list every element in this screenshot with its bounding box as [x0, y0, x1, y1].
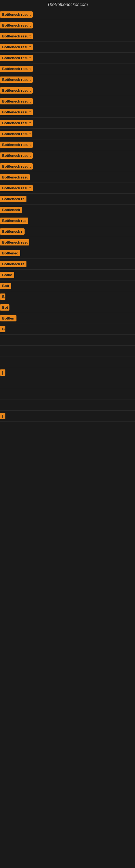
bottleneck-badge: Bottleneck result	[0, 131, 32, 137]
bottleneck-badge: Bottleneck result	[0, 120, 33, 126]
list-item	[0, 346, 135, 356]
list-item: Bottleneck result	[0, 118, 135, 129]
list-item: Bottleneck result	[0, 85, 135, 96]
list-item: Bottleneck result	[0, 53, 135, 63]
bottleneck-badge: Bottleneck result	[0, 152, 33, 159]
bottleneck-badge: Bottleneck resu	[0, 239, 29, 246]
list-item	[0, 400, 135, 411]
list-item: Bottle	[0, 270, 135, 280]
bottleneck-badge: Bottleneck resu	[0, 174, 30, 180]
list-item	[0, 389, 135, 400]
list-item: Bot	[0, 302, 135, 313]
list-item: Bottleneck result	[0, 63, 135, 74]
bottleneck-badge: Bottleneck result	[0, 87, 33, 94]
list-item	[0, 378, 135, 389]
list-item: B	[0, 291, 135, 302]
bottleneck-badge: Bottleneck result	[0, 142, 33, 148]
list-item: Bottleneck result	[0, 74, 135, 85]
bottleneck-badge: Bottleneck result	[0, 22, 33, 29]
list-item: Bottleneck result	[0, 183, 135, 194]
bottleneck-badge: Bottleneck result	[0, 163, 33, 169]
list-item: |	[0, 367, 135, 378]
list-item: Bottleneck result	[0, 161, 135, 172]
bottleneck-badge: Bott	[0, 283, 11, 289]
list-item: Bottleneck resu	[0, 237, 135, 248]
list-item: Bottleneck r	[0, 226, 135, 237]
list-item: Bottleneck res	[0, 215, 135, 226]
bottleneck-badge: Bottleneck result	[0, 98, 33, 104]
list-item: Bottleneck	[0, 205, 135, 215]
bottleneck-container: Bottleneck resultBottleneck resultBottle…	[0, 9, 135, 422]
list-item: Bottleneck re	[0, 259, 135, 270]
list-item: Bottleneck result	[0, 31, 135, 42]
list-item: B	[0, 324, 135, 335]
bottleneck-badge: Bottleneck result	[0, 66, 33, 72]
bottleneck-badge: Bottleneck r	[0, 228, 25, 235]
list-item	[0, 356, 135, 367]
list-item: Bottleneck result	[0, 129, 135, 140]
list-item: Bottleneck result	[0, 107, 135, 118]
list-item: Bottleneck result	[0, 96, 135, 107]
list-item	[0, 335, 135, 346]
list-item: |	[0, 411, 135, 422]
list-item: Bottleneck result	[0, 42, 135, 53]
bottleneck-badge: Bottleneck result	[0, 44, 33, 50]
bottleneck-badge: Bottleneck re	[0, 261, 27, 267]
bottleneck-badge: Bottleneck re	[0, 196, 27, 202]
bottleneck-badge: Bottleneck res	[0, 218, 28, 224]
list-item: Bottleneck resu	[0, 172, 135, 183]
list-item: Bottleneck result	[0, 9, 135, 20]
bottleneck-badge: B	[0, 326, 5, 332]
bottleneck-badge: Bottleneck result	[0, 11, 33, 18]
bottleneck-badge: Bottleneck result	[0, 33, 33, 39]
list-item: Bottleneck result	[0, 140, 135, 150]
list-item: Bottleneck result	[0, 150, 135, 161]
bottleneck-badge: Bottlen	[0, 315, 16, 321]
bottleneck-badge: Bottleneck result	[0, 109, 33, 115]
list-item: Bottlenec	[0, 248, 135, 259]
bottleneck-badge: Bot	[0, 304, 9, 311]
bottleneck-badge: |	[0, 413, 5, 419]
bottleneck-badge: |	[0, 369, 5, 376]
bottleneck-badge: Bottleneck result	[0, 55, 33, 61]
site-title: TheBottlenecker.com	[0, 0, 135, 9]
bottleneck-badge: Bottle	[0, 272, 14, 278]
bottleneck-badge: Bottlenec	[0, 250, 20, 256]
bottleneck-badge: Bottleneck	[0, 207, 22, 213]
bottleneck-badge: Bottleneck result	[0, 76, 33, 83]
bottleneck-badge: Bottleneck result	[0, 185, 33, 191]
list-item: Bottleneck re	[0, 194, 135, 205]
bottleneck-badge: B	[0, 293, 5, 300]
list-item: Bottlen	[0, 313, 135, 324]
list-item: Bott	[0, 280, 135, 291]
list-item: Bottleneck result	[0, 20, 135, 31]
